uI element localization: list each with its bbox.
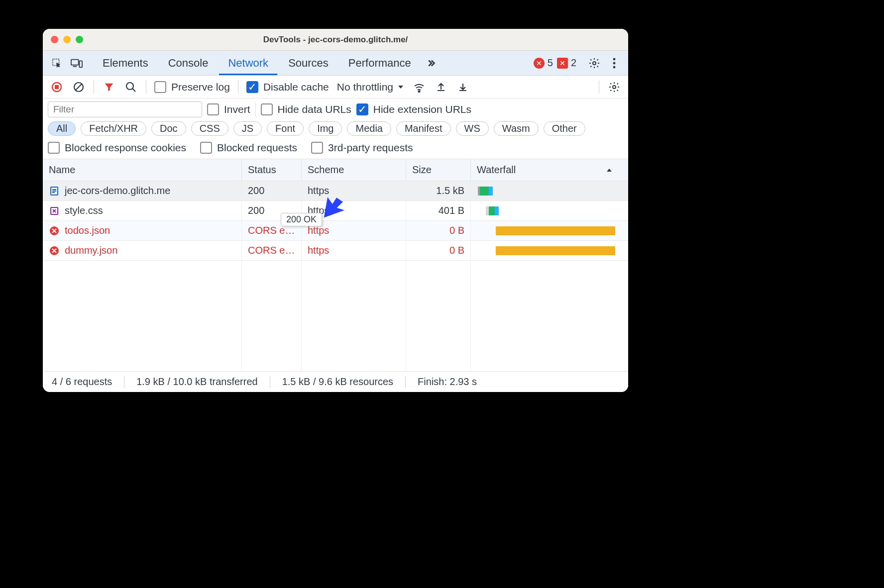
chip-all[interactable]: All: [48, 121, 76, 136]
device-toggle-icon[interactable]: [68, 54, 86, 72]
search-icon[interactable]: [124, 80, 138, 94]
filter-bar: Invert Hide data URLs ✓ Hide extension U…: [43, 98, 628, 119]
col-waterfall[interactable]: Waterfall: [471, 159, 618, 181]
blocked-requests-label: Blocked requests: [217, 142, 297, 154]
cell-waterfall: [471, 181, 618, 200]
chevron-down-icon: [397, 84, 404, 91]
waterfall-bar: [477, 186, 612, 196]
clear-icon[interactable]: [72, 80, 86, 94]
maximize-window-icon[interactable]: [76, 36, 83, 43]
status-transferred: 1.9 kB / 10.0 kB transferred: [136, 376, 257, 388]
chip-ws[interactable]: WS: [456, 121, 489, 136]
disable-cache-checkbox[interactable]: ✓ Disable cache: [246, 81, 329, 93]
tab-network[interactable]: Network: [219, 51, 277, 75]
err-icon: [49, 225, 60, 236]
network-conditions-icon[interactable]: [412, 80, 426, 94]
chip-js[interactable]: JS: [233, 121, 262, 136]
checkbox-icon: [207, 103, 219, 115]
record-icon[interactable]: [50, 80, 64, 94]
svg-point-5: [613, 58, 616, 60]
svg-point-14: [419, 91, 420, 92]
traffic-lights: [51, 36, 83, 43]
cell-scheme: https: [302, 241, 406, 260]
tab-sources[interactable]: Sources: [279, 51, 337, 75]
chip-css[interactable]: CSS: [191, 121, 228, 136]
annotation-cursor-icon: [320, 194, 350, 225]
more-tabs-icon[interactable]: [422, 54, 440, 72]
svg-line-13: [132, 89, 135, 92]
upload-icon[interactable]: [434, 80, 448, 94]
svg-rect-9: [55, 85, 59, 89]
table-row[interactable]: dummy.jsonCORS e…https0 B: [43, 241, 628, 261]
panel-settings-icon[interactable]: [607, 80, 621, 94]
col-size[interactable]: Size: [406, 159, 471, 181]
status-finish: Finish: 2.93 s: [418, 376, 477, 388]
cell-waterfall: [471, 241, 618, 260]
chip-font[interactable]: Font: [267, 121, 304, 136]
settings-icon[interactable]: [585, 54, 603, 72]
minimize-window-icon[interactable]: [63, 36, 71, 43]
checkbox-checked-icon: ✓: [246, 81, 258, 93]
kebab-menu-icon[interactable]: [605, 54, 623, 72]
svg-line-11: [76, 84, 82, 90]
tab-elements[interactable]: Elements: [94, 51, 157, 75]
cell-name: todos.json: [43, 221, 242, 240]
chip-fetch-xhr[interactable]: Fetch/XHR: [81, 121, 146, 136]
chip-doc[interactable]: Doc: [151, 121, 186, 136]
filter-input[interactable]: [48, 101, 202, 117]
tab-console[interactable]: Console: [159, 51, 218, 75]
chip-other[interactable]: Other: [544, 121, 585, 136]
chip-manifest[interactable]: Manifest: [396, 121, 451, 136]
error-square-count: 2: [571, 57, 576, 69]
chip-img[interactable]: Img: [309, 121, 342, 136]
blocked-cookies-label: Blocked response cookies: [65, 142, 186, 154]
filter-icon[interactable]: [102, 80, 116, 94]
cell-status: 200: [242, 181, 302, 200]
checkbox-checked-icon: ✓: [356, 103, 368, 115]
separator: [94, 81, 94, 94]
checkbox-icon: [154, 81, 166, 93]
chip-wasm[interactable]: Wasm: [494, 121, 539, 136]
hide-extension-urls-checkbox[interactable]: ✓ Hide extension URLs: [356, 103, 471, 115]
error-count-badge[interactable]: ✕ 5: [534, 57, 553, 69]
hide-data-urls-checkbox[interactable]: Hide data URLs: [261, 103, 351, 115]
close-window-icon[interactable]: [51, 36, 58, 43]
preserve-log-label: Preserve log: [171, 81, 230, 93]
throttling-select[interactable]: No throttling: [337, 81, 404, 93]
inspect-icon[interactable]: [48, 54, 66, 72]
waterfall-bar: [477, 245, 612, 256]
third-party-checkbox[interactable]: 3rd-party requests: [311, 142, 413, 154]
table-row[interactable]: todos.jsonCORS e…https0 B: [43, 221, 628, 241]
issue-count-badge[interactable]: ✕ 2: [557, 57, 576, 69]
blocked-requests-checkbox[interactable]: Blocked requests: [200, 142, 297, 154]
hide-ext-label: Hide extension URLs: [373, 103, 471, 115]
preserve-log-checkbox[interactable]: Preserve log: [154, 81, 230, 93]
resource-type-chips: All Fetch/XHR Doc CSS JS Font Img Media …: [43, 119, 628, 140]
svg-rect-1: [71, 59, 79, 65]
waterfall-bar: [477, 225, 612, 236]
col-scheme[interactable]: Scheme: [302, 159, 406, 181]
chip-media[interactable]: Media: [347, 121, 391, 136]
error-circle-count: 5: [548, 57, 553, 69]
separator: [124, 376, 124, 388]
svg-point-15: [613, 86, 616, 89]
row-name: dummy.json: [65, 245, 117, 256]
svg-rect-2: [80, 61, 83, 67]
separator: [405, 376, 406, 388]
invert-checkbox[interactable]: Invert: [207, 103, 250, 115]
download-icon[interactable]: [456, 80, 470, 94]
col-name[interactable]: Name: [43, 159, 242, 181]
err-icon: [49, 245, 60, 256]
svg-point-6: [613, 62, 616, 64]
checkbox-icon: [311, 142, 323, 154]
tab-performance[interactable]: Performance: [339, 51, 420, 75]
window-title: DevTools - jec-cors-demo.glitch.me/: [43, 35, 628, 45]
row-name: todos.json: [65, 225, 110, 236]
cell-name: style.css: [43, 201, 242, 220]
cell-size: 0 B: [406, 221, 471, 240]
separator: [255, 103, 256, 116]
svg-point-12: [126, 83, 133, 90]
row-name: jec-cors-demo.glitch.me: [65, 185, 170, 196]
blocked-cookies-checkbox[interactable]: Blocked response cookies: [48, 142, 186, 154]
col-status[interactable]: Status: [242, 159, 302, 181]
